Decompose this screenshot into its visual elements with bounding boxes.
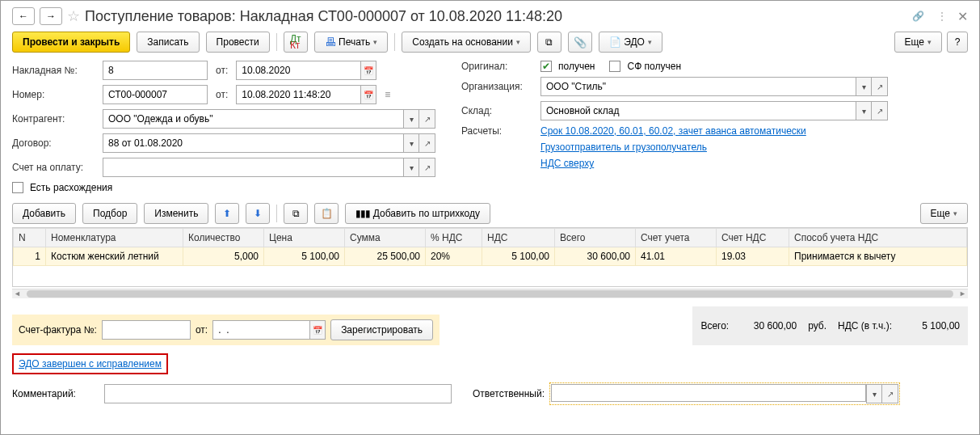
copy-button[interactable]: ⧉: [284, 203, 308, 224]
invoice-no-label: Накладная №:: [12, 65, 99, 76]
dropdown-icon[interactable]: ▾: [856, 77, 872, 96]
edo-label: ЭДО: [624, 36, 645, 48]
from-label: от:: [216, 89, 228, 100]
favorite-star-icon[interactable]: ☆: [67, 7, 80, 25]
register-sf-button[interactable]: Зарегистрировать: [330, 319, 433, 340]
cell-vat: 5 100,00: [482, 247, 555, 266]
responsible-label: Ответственный:: [473, 388, 545, 399]
table-more-button[interactable]: Еще: [920, 203, 968, 224]
calendar-icon[interactable]: 📅: [309, 320, 326, 340]
page-title: Поступление товаров: Накладная СТ00-0000…: [85, 8, 562, 25]
number-label: Номер:: [12, 89, 99, 100]
separator: [276, 205, 277, 222]
add-by-barcode-label: Добавить по штрихкоду: [373, 208, 480, 219]
dropdown-icon[interactable]: ▾: [403, 133, 419, 153]
col-vatpct: % НДС: [426, 229, 482, 247]
horizontal-scrollbar[interactable]: [12, 289, 968, 298]
cell-sum: 25 500,00: [345, 247, 426, 266]
print-button[interactable]: 🖶 Печать: [314, 32, 389, 53]
cell-vatpct: 20%: [426, 247, 482, 266]
contract-input[interactable]: [103, 133, 403, 153]
dtkt-button[interactable]: ДтКт: [284, 32, 308, 53]
create-based-on-button[interactable]: Создать на основании: [402, 32, 531, 53]
total-label: Всего:: [700, 320, 729, 332]
sf-from-label: от:: [196, 324, 208, 336]
pick-button[interactable]: Подбор: [82, 203, 137, 224]
paste-button[interactable]: 📋: [314, 203, 339, 224]
org-input[interactable]: [540, 77, 856, 96]
col-acc: Счет учета: [636, 229, 717, 247]
calc-label: Расчеты:: [461, 125, 537, 137]
move-down-button[interactable]: ⬇: [246, 203, 270, 224]
separator: [276, 33, 277, 51]
shipper-link[interactable]: Грузоотправитель и грузополучатель: [540, 141, 707, 153]
col-vatmode: Способ учета НДС: [789, 229, 967, 247]
edo-status-link[interactable]: ЭДО завершен с исправлением: [19, 358, 162, 370]
cell-vatacc: 19.03: [717, 247, 789, 266]
kebab-menu-icon[interactable]: ⋮: [933, 7, 951, 25]
edit-row-button[interactable]: Изменить: [144, 203, 208, 224]
number-input[interactable]: [103, 85, 208, 104]
table-row[interactable]: 1 Костюм женский летний 5,000 5 100,00 2…: [14, 247, 967, 266]
add-by-barcode-button[interactable]: ▮▮▮ Добавить по штрихкоду: [345, 203, 490, 224]
number-date-input[interactable]: [236, 85, 360, 104]
nav-forward-button[interactable]: →: [40, 7, 62, 25]
responsible-input[interactable]: [551, 384, 866, 402]
items-table[interactable]: N Номенклатура Количество Цена Сумма % Н…: [12, 227, 968, 287]
edo-button[interactable]: 📄 ЭДО: [599, 32, 662, 53]
invoice-date-input[interactable]: [236, 61, 360, 80]
warehouse-label: Склад:: [461, 105, 537, 116]
open-icon[interactable]: ↗: [419, 133, 435, 153]
original-label: Оригинал:: [461, 61, 537, 72]
received-label: получен: [558, 61, 595, 72]
close-button[interactable]: ✕: [957, 9, 968, 24]
open-icon[interactable]: ↗: [419, 158, 435, 177]
attachments-button[interactable]: 📎: [568, 32, 592, 53]
calc-link[interactable]: Срок 10.08.2020, 60.01, 60.02, зачет ава…: [540, 125, 806, 137]
open-icon[interactable]: ↗: [872, 77, 888, 96]
sf-date-input[interactable]: [212, 320, 309, 340]
save-button[interactable]: Записать: [137, 32, 199, 53]
vat-total-value: 5 100,00: [903, 320, 960, 332]
vat-link[interactable]: НДС сверху: [540, 158, 594, 169]
calendar-icon[interactable]: 📅: [360, 61, 376, 80]
help-button[interactable]: ?: [947, 32, 968, 53]
org-label: Организация:: [461, 81, 537, 92]
link-icon[interactable]: 🔗: [909, 7, 927, 25]
sf-no-input[interactable]: [102, 320, 191, 340]
dropdown-icon[interactable]: ▾: [403, 158, 419, 177]
open-icon[interactable]: ↗: [419, 109, 435, 129]
nav-back-button[interactable]: ←: [12, 7, 35, 25]
structure-button[interactable]: ⧉: [537, 32, 562, 53]
cell-total: 30 600,00: [555, 247, 636, 266]
list-icon[interactable]: ≡: [385, 89, 390, 100]
discrepancy-checkbox[interactable]: [12, 182, 23, 193]
dropdown-icon[interactable]: ▾: [866, 384, 882, 403]
col-nom: Номенклатура: [46, 229, 183, 247]
sf-label: Счет-фактура №:: [19, 324, 97, 336]
separator: [394, 33, 395, 51]
warehouse-input[interactable]: [540, 101, 856, 120]
sf-received-label: СФ получен: [627, 61, 681, 72]
calendar-icon[interactable]: 📅: [360, 85, 376, 104]
dropdown-icon[interactable]: ▾: [856, 101, 872, 120]
payinvoice-label: Счет на оплату:: [12, 162, 99, 173]
sf-received-checkbox[interactable]: [609, 61, 620, 72]
open-icon[interactable]: ↗: [872, 101, 888, 120]
open-icon[interactable]: ↗: [882, 384, 898, 403]
dropdown-icon[interactable]: ▾: [403, 109, 419, 129]
invoice-no-input[interactable]: [103, 61, 208, 80]
post-button[interactable]: Провести: [206, 32, 270, 53]
col-vatacc: Счет НДС: [717, 229, 789, 247]
total-value: 30 600,00: [740, 320, 797, 332]
move-up-button[interactable]: ⬆: [215, 203, 239, 224]
post-and-close-button[interactable]: Провести и закрыть: [12, 32, 130, 53]
more-button[interactable]: Еще: [894, 32, 942, 53]
payinvoice-input[interactable]: [103, 158, 403, 177]
col-price: Цена: [264, 229, 345, 247]
add-row-button[interactable]: Добавить: [12, 203, 76, 224]
received-checkbox[interactable]: ✔: [540, 61, 552, 72]
counterparty-input[interactable]: [103, 109, 403, 129]
counterparty-label: Контрагент:: [12, 113, 99, 125]
comment-input[interactable]: [104, 384, 452, 403]
